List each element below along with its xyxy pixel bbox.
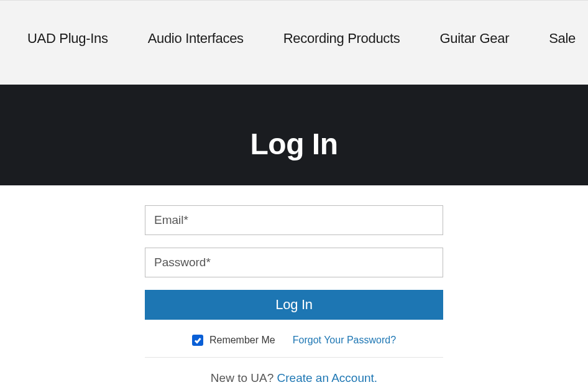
password-field[interactable] <box>145 248 443 277</box>
remember-me-wrap: Remember Me <box>192 335 275 346</box>
signup-row: New to UA? Create an Account. <box>145 371 443 385</box>
login-form: Log In Remember Me Forgot Your Password?… <box>145 205 443 385</box>
page-title: Log In <box>250 127 338 161</box>
remember-me-label: Remember Me <box>209 335 275 346</box>
hero-banner: Log In <box>0 85 588 185</box>
form-options-row: Remember Me Forgot Your Password? <box>145 335 443 358</box>
nav-item-plugins[interactable]: UAD Plug-Ins <box>27 30 108 47</box>
check-icon <box>194 337 201 344</box>
nav-item-recording-products[interactable]: Recording Products <box>283 30 400 47</box>
forgot-password-link[interactable]: Forgot Your Password? <box>293 335 396 346</box>
remember-me-checkbox[interactable] <box>192 335 203 346</box>
top-nav: UAD Plug-Ins Audio Interfaces Recording … <box>0 0 588 85</box>
create-account-link[interactable]: Create an Account. <box>277 371 378 384</box>
nav-item-sale[interactable]: Sale <box>549 30 576 47</box>
signup-prompt-text: New to UA? <box>211 371 277 384</box>
login-button[interactable]: Log In <box>145 290 443 320</box>
nav-item-guitar-gear[interactable]: Guitar Gear <box>440 30 510 47</box>
email-field[interactable] <box>145 205 443 235</box>
nav-item-audio-interfaces[interactable]: Audio Interfaces <box>148 30 244 47</box>
